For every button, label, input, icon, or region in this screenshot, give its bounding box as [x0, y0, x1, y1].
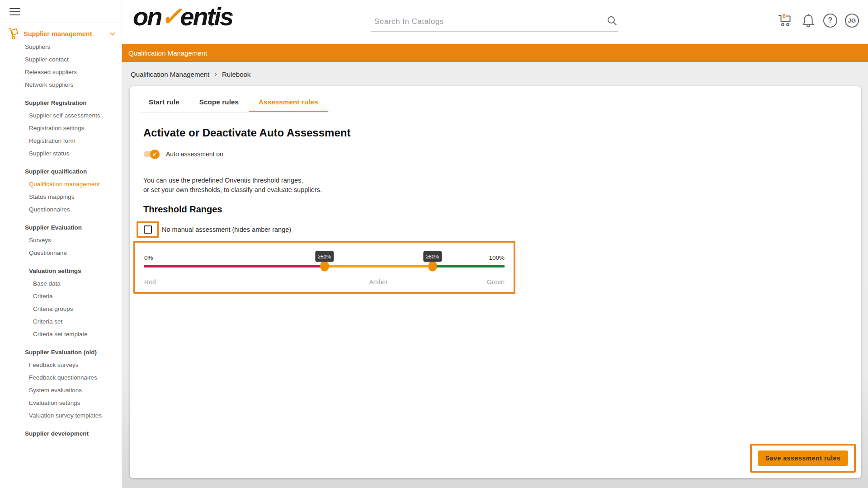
zone-label-green: Green — [487, 278, 505, 286]
sidebar-item-status-mappings[interactable]: Status mappings — [0, 191, 122, 203]
cart-button[interactable]: 6 — [777, 13, 793, 28]
slider-red-segment — [144, 265, 325, 267]
search-input[interactable] — [371, 12, 618, 31]
no-manual-assessment-checkbox[interactable] — [144, 225, 152, 234]
sidebar-item-qualification-management[interactable]: Qualification management — [0, 178, 122, 191]
sidebar-item-feedback-questionnaires[interactable]: Feedback questionnaires — [0, 371, 122, 384]
slider-lower-tooltip: ≥50% — [315, 251, 334, 262]
search-icon[interactable] — [607, 15, 618, 28]
sidebar-item-supplier-contact[interactable]: Supplier contact — [0, 53, 122, 66]
sidebar-item-criteria-set-template[interactable]: Criteria set template — [0, 328, 122, 341]
sidebar-item-valuation-survey-templates[interactable]: Valuation survey templates — [0, 409, 122, 422]
menu-icon[interactable] — [9, 8, 20, 15]
sidebar-section-supplier-evaluation: Supplier Evaluation — [0, 221, 122, 234]
tab-bar: Start ruleScope rulesAssessment rules — [139, 92, 328, 113]
logo-text-entis: entis — [180, 2, 232, 31]
checkbox-highlight-box — [137, 221, 159, 238]
slider-highlight-box: 0% 100% ≥50% ≥80% — [133, 241, 515, 294]
sidebar-item-criteria[interactable]: Criteria — [0, 290, 122, 303]
toggle-label: Auto assessment on — [166, 150, 223, 158]
chevron-down-icon — [110, 32, 115, 36]
sidebar-item-suppliers[interactable]: Suppliers — [0, 41, 122, 53]
auto-assessment-toggle[interactable]: ✓ — [144, 151, 160, 157]
slider-upper-handle[interactable]: ≥80% — [428, 261, 437, 272]
sidebar-section-supplier-registration: Supplier Registration — [0, 97, 122, 109]
logo-text-on: on — [133, 2, 161, 31]
sidebar-item-evaluation-settings[interactable]: Evaluation settings — [0, 397, 122, 409]
checkbox-label: No manual assessment (hides amber range) — [162, 226, 291, 233]
sidebar-item-registration-form[interactable]: Registration form — [0, 135, 122, 147]
sidebar-item-registration-settings[interactable]: Registration settings — [0, 122, 122, 135]
description-line-1: You can use the predefined Onventis thre… — [143, 176, 848, 185]
app-root: Supplier management SuppliersSupplier co… — [0, 0, 868, 488]
auto-assessment-toggle-row: ✓ Auto assessment on — [143, 150, 848, 158]
slider-lower-handle[interactable]: ≥50% — [320, 261, 329, 272]
threshold-ranges-heading: Threshold Ranges — [143, 204, 848, 215]
breadcrumb: Qualification Management › Rulebook — [122, 62, 868, 86]
sidebar-item-surveys[interactable]: Surveys — [0, 234, 122, 247]
slider-min-label: 0% — [144, 254, 153, 261]
zone-label-amber: Amber — [369, 278, 387, 286]
sidebar-section-valuation-settings: Valuation settings — [0, 265, 122, 277]
tab-assessment-rules[interactable]: Assessment rules — [249, 92, 328, 112]
tab-scope-rules[interactable]: Scope rules — [189, 92, 249, 112]
logo-check-icon: ✓ — [160, 2, 180, 31]
avatar: JG — [845, 14, 859, 28]
onventis-logo: on✓entis — [133, 2, 232, 31]
threshold-slider[interactable]: ≥50% ≥80% — [144, 265, 505, 267]
notifications-button[interactable] — [801, 13, 816, 28]
sidebar-item-criteria-set[interactable]: Criteria set — [0, 315, 122, 328]
sidebar-section-supplier-development: Supplier development — [0, 427, 122, 440]
rulebook-card: Start ruleScope rulesAssessment rules Ac… — [130, 86, 861, 478]
page-banner: Qualification Management — [122, 44, 868, 62]
no-manual-assessment-row: No manual assessment (hides amber range) — [137, 221, 848, 238]
description-text: You can use the predefined Onventis thre… — [143, 176, 848, 195]
sidebar-item-supplier-self-assessments[interactable]: Supplier self-assessments — [0, 109, 122, 122]
sidebar-section-supplier-qualification: Supplier qualification — [0, 165, 122, 178]
content-area: Qualification Management › Rulebook Star… — [122, 62, 868, 488]
main-column: on✓entis 6 — [122, 0, 868, 488]
slider-zone-labels: Red Amber Green — [144, 278, 505, 286]
sidebar-item-system-evaluations[interactable]: System evaluations — [0, 384, 122, 397]
sidebar-root-label: Supplier management — [24, 30, 92, 38]
catalog-search — [371, 12, 618, 32]
sidebar-item-base-data[interactable]: Base data — [0, 277, 122, 290]
cart-badge: 6 — [783, 13, 786, 19]
sidebar: Supplier management SuppliersSupplier co… — [0, 0, 122, 488]
hand-truck-icon — [8, 28, 19, 40]
sidebar-item-network-suppliers[interactable]: Network suppliers — [0, 79, 122, 91]
slider-amber-segment — [325, 265, 433, 267]
sidebar-item-feedback-surveys[interactable]: Feedback surveys — [0, 359, 122, 371]
sidebar-item-questionnaire[interactable]: Questionnaire — [0, 247, 122, 259]
slider-upper-tooltip: ≥80% — [423, 251, 442, 262]
save-assessment-rules-button[interactable]: Save assessment rules — [758, 450, 848, 466]
description-line-2: or set your own thresholds, to classify … — [143, 185, 848, 195]
breadcrumb-parent[interactable]: Qualification Management — [131, 70, 209, 78]
zone-label-red: Red — [144, 278, 156, 286]
user-avatar[interactable]: JG — [845, 14, 859, 28]
save-button-highlight-box: Save assessment rules — [750, 444, 856, 473]
sidebar-section-supplier-evaluation-old: Supplier Evaluation (old) — [0, 346, 122, 359]
banner-title: Qualification Management — [128, 49, 207, 57]
page-title: Activate or Deactivate Auto Assessment — [143, 127, 848, 139]
slider-max-label: 100% — [489, 254, 505, 261]
top-header: on✓entis 6 — [122, 0, 868, 44]
slider-green-segment — [433, 265, 505, 267]
bell-icon — [801, 13, 816, 28]
sidebar-item-supplier-status[interactable]: Supplier status — [0, 147, 122, 160]
sidebar-nav: Supplier management SuppliersSupplier co… — [0, 23, 122, 440]
sidebar-item-supplier-management[interactable]: Supplier management — [0, 27, 122, 41]
breadcrumb-current: Rulebook — [222, 70, 250, 78]
toggle-thumb-check-icon: ✓ — [150, 150, 160, 159]
breadcrumb-separator: › — [214, 70, 217, 79]
header-icons: 6 ? JG — [777, 13, 859, 28]
tab-start-rule[interactable]: Start rule — [139, 92, 189, 112]
help-icon: ? — [823, 14, 837, 28]
sidebar-item-questionnaires[interactable]: Questionnaires — [0, 203, 122, 216]
sidebar-item-criteria-groups[interactable]: Criteria groups — [0, 303, 122, 315]
help-button[interactable]: ? — [823, 14, 837, 28]
sidebar-item-released-suppliers[interactable]: Released suppliers — [0, 66, 122, 79]
